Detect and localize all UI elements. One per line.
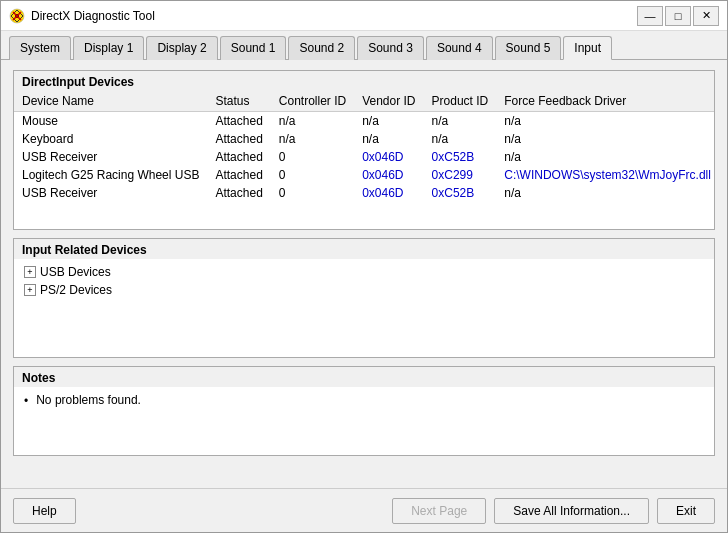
window-controls: — □ ✕: [637, 6, 719, 26]
tree-expand-icon[interactable]: +: [24, 266, 36, 278]
notes-section: Notes •No problems found.: [13, 366, 715, 456]
maximize-button[interactable]: □: [665, 6, 691, 26]
table-row: Logitech G25 Racing Wheel USBAttached00x…: [14, 166, 714, 184]
tab-sound3[interactable]: Sound 3: [357, 36, 424, 60]
col-header-force-feedback-driver: Force Feedback Driver: [496, 91, 714, 112]
tree-item[interactable]: +USB Devices: [24, 265, 704, 279]
tab-sound2[interactable]: Sound 2: [288, 36, 355, 60]
tab-display2[interactable]: Display 2: [146, 36, 217, 60]
directinput-table-scroll[interactable]: Device NameStatusController IDVendor IDP…: [14, 91, 714, 229]
tree-section: +USB Devices+PS/2 Devices: [14, 259, 714, 303]
footer: Help Next Page Save All Information... E…: [1, 488, 727, 532]
help-button[interactable]: Help: [13, 498, 76, 524]
col-header-status: Status: [207, 91, 270, 112]
tab-sound5[interactable]: Sound 5: [495, 36, 562, 60]
col-header-product-id: Product ID: [424, 91, 497, 112]
col-header-controller-id: Controller ID: [271, 91, 354, 112]
notes-bullet: •: [24, 394, 28, 408]
input-related-title: Input Related Devices: [14, 239, 714, 259]
notes-title: Notes: [14, 367, 714, 387]
tree-item-label: USB Devices: [40, 265, 111, 279]
tab-display1[interactable]: Display 1: [73, 36, 144, 60]
window-title: DirectX Diagnostic Tool: [31, 9, 637, 23]
table-header-row: Device NameStatusController IDVendor IDP…: [14, 91, 714, 112]
save-button[interactable]: Save All Information...: [494, 498, 649, 524]
content-area: DirectInput Devices Device NameStatusCon…: [1, 60, 727, 488]
col-header-device-name: Device Name: [14, 91, 207, 112]
table-row: USB ReceiverAttached00x046D0xC52Bn/a: [14, 148, 714, 166]
directinput-title: DirectInput Devices: [14, 71, 714, 91]
table-row: KeyboardAttachedn/an/an/an/a: [14, 130, 714, 148]
minimize-button[interactable]: —: [637, 6, 663, 26]
tab-sound4[interactable]: Sound 4: [426, 36, 493, 60]
tab-system[interactable]: System: [9, 36, 71, 60]
tree-item[interactable]: +PS/2 Devices: [24, 283, 704, 297]
input-related-section: Input Related Devices +USB Devices+PS/2 …: [13, 238, 715, 358]
tree-item-label: PS/2 Devices: [40, 283, 112, 297]
footer-right-buttons: Next Page Save All Information... Exit: [392, 498, 715, 524]
tab-bar: SystemDisplay 1Display 2Sound 1Sound 2So…: [1, 31, 727, 60]
notes-content: •No problems found.: [14, 387, 714, 455]
tree-expand-icon[interactable]: +: [24, 284, 36, 296]
notes-text: No problems found.: [36, 393, 141, 407]
exit-button[interactable]: Exit: [657, 498, 715, 524]
title-bar: DirectX Diagnostic Tool — □ ✕: [1, 1, 727, 31]
col-header-vendor-id: Vendor ID: [354, 91, 423, 112]
device-table: Device NameStatusController IDVendor IDP…: [14, 91, 714, 202]
directinput-section: DirectInput Devices Device NameStatusCon…: [13, 70, 715, 230]
tab-sound1[interactable]: Sound 1: [220, 36, 287, 60]
close-button[interactable]: ✕: [693, 6, 719, 26]
table-row: MouseAttachedn/an/an/an/a: [14, 112, 714, 131]
table-row: USB ReceiverAttached00x046D0xC52Bn/a: [14, 184, 714, 202]
app-icon: [9, 8, 25, 24]
next-page-button[interactable]: Next Page: [392, 498, 486, 524]
main-window: DirectX Diagnostic Tool — □ ✕ SystemDisp…: [0, 0, 728, 533]
tab-input[interactable]: Input: [563, 36, 612, 60]
